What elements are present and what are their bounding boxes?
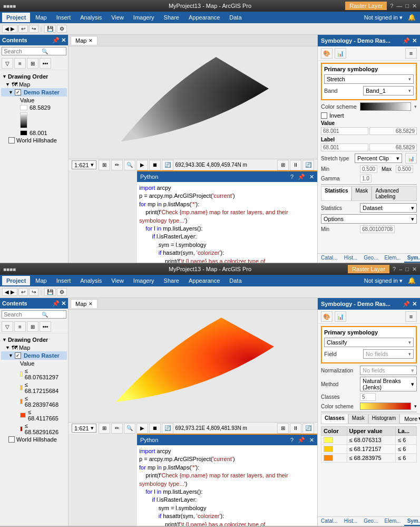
sym-paint-1[interactable]: 🎨 [321, 48, 333, 59]
histogram-tab-2[interactable]: Histogram [368, 414, 400, 424]
map-tool-3[interactable]: 🔍 [124, 160, 135, 170]
sym-menu-2[interactable]: ≡ [405, 311, 417, 322]
value-max-cell-1[interactable]: 68.5829 [369, 127, 417, 135]
map-tool-2-9[interactable]: 🔄 [302, 423, 314, 434]
stretch-type-control-1[interactable]: Stretch ▾ [324, 74, 414, 84]
map-tool-8[interactable]: ⏸ [290, 160, 301, 170]
maximize-btn-1[interactable]: □ [405, 3, 409, 9]
tab-appearance-1[interactable]: Appearance [184, 13, 224, 22]
toolbar-btn-4[interactable]: 💾 [44, 25, 56, 33]
layers-btn-1[interactable]: ≡ [14, 58, 26, 69]
python-pin-2[interactable]: 📌 [298, 437, 305, 444]
footer-tab-hist-1[interactable]: Hist... [341, 254, 361, 263]
color-scheme-swatch-1[interactable] [360, 102, 411, 111]
map-item-2[interactable]: ▼ 🗺 Map [1, 344, 67, 351]
max-value-1[interactable]: 0.500 [396, 165, 413, 173]
tab-imagery-2[interactable]: Imagery [129, 276, 159, 285]
maximize-btn-2[interactable]: □ [405, 266, 409, 272]
tab-appearance-2[interactable]: Appearance [184, 276, 224, 285]
python-help-1[interactable]: ? [290, 174, 294, 180]
row-swatch-2-3[interactable] [324, 455, 333, 461]
min-value-1[interactable]: 0.500 [360, 165, 377, 173]
color-scheme-swatch-2[interactable] [360, 403, 411, 410]
sym-pin-2[interactable]: 📌 [403, 301, 410, 308]
map-tool-2-5[interactable]: ⏹ [149, 423, 161, 434]
classify-type-control-2[interactable]: Classify ▾ [324, 338, 414, 347]
map-tool-2-2[interactable]: ✏ [111, 423, 123, 434]
toolbar-btn-2-5[interactable]: ⚙ [57, 288, 67, 296]
toolbar-btn-2[interactable]: ↩ [18, 25, 28, 33]
demo-raster-checkbox-2[interactable]: ✓ [15, 352, 21, 359]
toolbar-btn-2-2[interactable]: ↩ [18, 288, 28, 296]
list-btn-1[interactable]: ⊞ [27, 58, 38, 69]
statistics-tab-1[interactable]: Statistics [321, 186, 351, 200]
tab-view-2[interactable]: View [107, 276, 128, 285]
sym-pin-1[interactable]: 📌 [403, 37, 410, 44]
close-btn-1[interactable]: ✕ [412, 3, 417, 9]
footer-tab-sym-2[interactable]: Sym... [404, 517, 420, 526]
advanced-labeling-tab-1[interactable]: Advanced Labeling [372, 186, 417, 200]
sym-chart-1[interactable]: 📊 [335, 48, 346, 59]
method-control-2[interactable]: Natural Breaks (Jenks) ▾ [360, 377, 417, 391]
map-tool-1[interactable]: ⊞ [99, 160, 110, 170]
sym-close-2[interactable]: ✕ [412, 301, 417, 308]
classes-tab-2[interactable]: Classes [321, 414, 348, 424]
map-tab-close-2[interactable]: ✕ [89, 301, 93, 306]
demo-raster-item-2[interactable]: ▼ ✓ Demo Raster [1, 351, 67, 360]
map-tool-6[interactable]: 🔄 [162, 160, 173, 170]
row-swatch-2-2[interactable] [324, 446, 333, 452]
bell-icon-2[interactable]: 🔔 [408, 277, 416, 284]
map-tool-2-4[interactable]: ▶ [136, 423, 148, 434]
map-tab-close-1[interactable]: ✕ [89, 38, 93, 43]
world-hillshade-item-1[interactable]: World Hillshade [1, 137, 67, 144]
sym-paint-2[interactable]: 🎨 [321, 311, 333, 322]
more-btn-1[interactable]: ••• [40, 58, 51, 69]
tab-map-1[interactable]: Map [31, 13, 51, 22]
statistics-control-1[interactable]: Dataset ▾ [360, 203, 417, 213]
map-tool-2[interactable]: ✏ [111, 160, 123, 170]
pin-icon-2[interactable]: 📌 [52, 300, 60, 307]
python-help-2[interactable]: ? [290, 437, 294, 444]
mask-tab-1[interactable]: Mask [351, 186, 372, 200]
demo-raster-checkbox-1[interactable]: ✓ [15, 89, 21, 95]
not-signed-in-2[interactable]: Not signed in ▾ [364, 277, 403, 284]
more-btn-classify-2[interactable]: More ▾ [399, 414, 420, 424]
options-control-1[interactable]: Options ▾ [321, 214, 417, 224]
stretch-control-1[interactable]: Percent Clip ▾ [355, 154, 402, 163]
sym-close-1[interactable]: ✕ [412, 37, 417, 44]
tab-imagery-1[interactable]: Imagery [129, 13, 159, 22]
classes-value-2[interactable]: 5 [360, 393, 376, 401]
toolbar-btn-3[interactable]: ↪ [29, 25, 38, 33]
min-stat-value-1[interactable]: 68.00100708 [360, 225, 395, 233]
footer-tab-catal-1[interactable]: Catal... [318, 254, 341, 263]
map-tool-5[interactable]: ⏹ [149, 160, 161, 170]
not-signed-in-1[interactable]: Not signed in ▾ [364, 14, 403, 21]
scale-box-1[interactable]: 1:621 ▾ [72, 160, 96, 169]
tab-share-1[interactable]: Share [160, 13, 183, 22]
sym-chart-2[interactable]: 📊 [335, 311, 346, 322]
gamma-value-1[interactable]: 1.0 [360, 175, 372, 183]
map-tab-1[interactable]: Map ✕ [71, 36, 97, 45]
label-min-cell-1[interactable]: 68.001 [321, 143, 368, 151]
filter-btn-2[interactable]: ▽ [2, 321, 13, 332]
minimize-btn-1[interactable]: — [396, 3, 402, 9]
stretch-chart-btn-1[interactable]: 📊 [405, 153, 417, 164]
row-swatch-2-1[interactable] [324, 437, 333, 443]
contents-search-1[interactable]: 🔍 [2, 47, 66, 55]
more-btn-2[interactable]: ••• [40, 321, 51, 332]
footer-tab-elem-2[interactable]: Elem... [382, 517, 404, 526]
map-tool-2-8[interactable]: ⏸ [290, 423, 301, 434]
footer-tab-geo-1[interactable]: Geo... [360, 254, 381, 263]
map-item-1[interactable]: ▼ 🗺 Map [1, 81, 67, 88]
tab-map-2[interactable]: Map [31, 276, 51, 285]
map-tool-2-6[interactable]: 🔄 [162, 423, 173, 434]
help-btn-1[interactable]: ? [390, 3, 393, 9]
tab-insert-1[interactable]: Insert [52, 13, 75, 22]
search-input-2[interactable] [4, 311, 42, 318]
toolbar-btn-5[interactable]: ⚙ [57, 25, 67, 33]
map-tool-7[interactable]: ⊞ [277, 160, 289, 170]
toolbar-btn-1[interactable]: ◀ ▶ [2, 25, 17, 33]
pin-icon-1[interactable]: 📌 [52, 37, 60, 44]
footer-tab-sym-1[interactable]: Sym... [404, 254, 420, 263]
tab-share-2[interactable]: Share [160, 276, 183, 285]
